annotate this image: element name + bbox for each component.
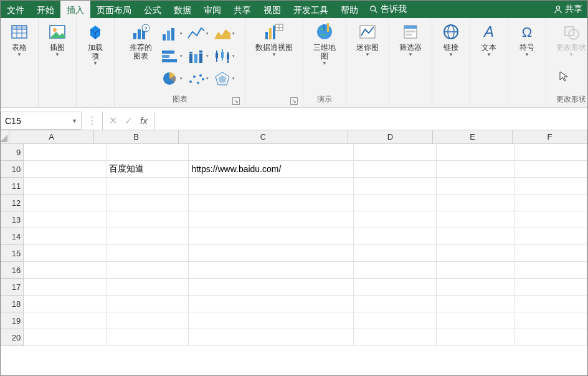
cell-D17[interactable] (354, 279, 437, 296)
tab-view[interactable]: 视图 (257, 1, 287, 18)
cell-C15[interactable] (189, 245, 354, 262)
pivot-chart-button[interactable]: 数据透视图 ▼ (249, 21, 299, 59)
tab-help[interactable]: 帮助 (334, 1, 364, 18)
cell-F18[interactable] (514, 296, 587, 312)
cell-B12[interactable] (107, 195, 189, 211)
cell-E20[interactable] (437, 329, 514, 346)
cell-C11[interactable] (189, 178, 354, 195)
cell-D10[interactable] (354, 161, 437, 178)
row-header-16[interactable]: 16 (1, 262, 24, 279)
column-header-B[interactable]: B (94, 130, 179, 143)
cell-C9[interactable] (189, 144, 354, 161)
fbar-expand[interactable]: ⋮ (82, 112, 103, 130)
cell-B13[interactable] (107, 211, 189, 228)
row-header-19[interactable]: 19 (1, 312, 24, 329)
cell-C19[interactable] (189, 312, 354, 329)
cell-D14[interactable] (354, 228, 437, 245)
row-header-10[interactable]: 10 (1, 161, 24, 178)
cell-F19[interactable] (514, 312, 587, 329)
cell-C14[interactable] (189, 228, 354, 245)
sparklines-button[interactable]: 迷你图 ▼ (350, 21, 385, 59)
column-header-D[interactable]: D (348, 130, 433, 143)
cell-B16[interactable] (107, 262, 189, 279)
cell-E15[interactable] (437, 245, 514, 262)
cell-F14[interactable] (514, 228, 587, 245)
name-box[interactable]: C15 ▼ (1, 112, 82, 130)
radar-chart-button[interactable]: ▾ (212, 68, 237, 89)
row-header-15[interactable]: 15 (1, 245, 24, 262)
confirm-icon[interactable]: ✓ (125, 115, 133, 127)
symbols-button[interactable]: Ω 符号 ▼ (512, 21, 542, 59)
row-header-12[interactable]: 12 (1, 195, 24, 211)
links-button[interactable]: 链接 ▼ (436, 21, 466, 59)
cell-F15[interactable] (514, 245, 587, 262)
cell-B20[interactable] (107, 329, 189, 346)
row-header-13[interactable]: 13 (1, 211, 24, 228)
cell-C16[interactable] (189, 262, 354, 279)
tab-developer[interactable]: 开发工具 (287, 1, 334, 18)
column-chart-button[interactable]: ▾ (159, 23, 184, 44)
cancel-icon[interactable]: ✕ (109, 115, 117, 127)
column-header-F[interactable]: F (513, 130, 587, 143)
pie-chart-button[interactable]: ▾ (159, 68, 184, 89)
tab-share[interactable]: 共享 (227, 1, 257, 18)
column-header-C[interactable]: C (179, 130, 348, 143)
cell-A9[interactable] (24, 144, 107, 161)
cell-C13[interactable] (189, 211, 354, 228)
cell-D9[interactable] (354, 144, 437, 161)
cell-D11[interactable] (354, 178, 437, 195)
cell-A12[interactable] (24, 195, 107, 211)
cell-C18[interactable] (189, 296, 354, 312)
fx-icon[interactable]: fx (140, 115, 148, 126)
cell-D16[interactable] (354, 262, 437, 279)
tab-data[interactable]: 数据 (168, 1, 197, 18)
cell-D20[interactable] (354, 329, 437, 346)
text-button[interactable]: A 文本 ▼ (474, 21, 504, 59)
tab-formulas[interactable]: 公式 (138, 1, 168, 18)
line-chart-button[interactable]: ▾ (186, 23, 211, 44)
3d-map-button[interactable]: 三维地 图 ▼ (307, 21, 342, 67)
column-header-E[interactable]: E (433, 130, 513, 143)
cell-E17[interactable] (437, 279, 514, 296)
cell-D15[interactable] (354, 245, 437, 262)
table-button[interactable]: 表格 ▼ (4, 21, 34, 59)
pivot-launcher[interactable]: ↘ (290, 97, 298, 105)
cell-A16[interactable] (24, 262, 107, 279)
cell-E12[interactable] (437, 195, 514, 211)
cell-B14[interactable] (107, 228, 189, 245)
cell-E14[interactable] (437, 228, 514, 245)
cell-B19[interactable] (107, 312, 189, 329)
cell-E18[interactable] (437, 296, 514, 312)
cell-B15[interactable] (107, 245, 189, 262)
cell-A10[interactable] (24, 161, 107, 178)
cell-C20[interactable] (189, 329, 354, 346)
select-all-corner[interactable] (1, 130, 9, 143)
addins-button[interactable]: 加载 项 ▼ (80, 21, 110, 67)
cell-E10[interactable] (437, 161, 514, 178)
share-button[interactable]: 共享 (549, 1, 587, 18)
tab-home[interactable]: 开始 (31, 1, 60, 18)
cell-F9[interactable] (514, 144, 587, 161)
cell-D12[interactable] (354, 195, 437, 211)
cell-B17[interactable] (107, 279, 189, 296)
cell-E19[interactable] (437, 312, 514, 329)
formula-input[interactable] (154, 112, 587, 130)
cell-F12[interactable] (514, 195, 587, 211)
cell-B18[interactable] (107, 296, 189, 312)
cell-C12[interactable] (189, 195, 354, 211)
filters-button[interactable]: 筛选器 ▼ (393, 21, 428, 59)
cell-A11[interactable] (24, 178, 107, 195)
cell-E11[interactable] (437, 178, 514, 195)
cell-A14[interactable] (24, 228, 107, 245)
area-chart-button[interactable]: ▾ (212, 23, 237, 44)
stats-chart-button[interactable]: ▾ (186, 46, 211, 67)
row-header-9[interactable]: 9 (1, 144, 24, 161)
row-header-17[interactable]: 17 (1, 279, 24, 296)
cell-B9[interactable] (107, 144, 189, 161)
cell-A15[interactable] (24, 245, 107, 262)
column-header-A[interactable]: A (9, 130, 94, 143)
cell-E16[interactable] (437, 262, 514, 279)
cell-B11[interactable] (107, 178, 189, 195)
illustrations-button[interactable]: 插图 ▼ (42, 21, 72, 59)
cell-C17[interactable] (189, 279, 354, 296)
